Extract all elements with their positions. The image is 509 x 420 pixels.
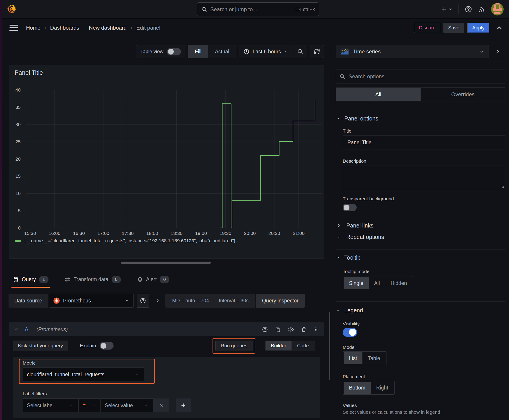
- tooltip-mode-all[interactable]: All: [369, 277, 385, 289]
- time-range-picker[interactable]: Last 6 hours: [239, 49, 293, 55]
- legend-mode-table[interactable]: Table: [363, 352, 386, 364]
- legend-mode-list[interactable]: List: [344, 352, 363, 364]
- add-filter-button[interactable]: [176, 398, 191, 412]
- discard-button[interactable]: Discard: [414, 23, 440, 33]
- select-value-dropdown[interactable]: Select value: [100, 398, 153, 412]
- chevron-down-icon: [479, 49, 484, 54]
- search-icon: [201, 7, 207, 12]
- max-data-points-stat: MD = auto = 704: [172, 298, 209, 304]
- label-filter-row: Select label = Select value: [23, 398, 320, 412]
- table-view-toggle[interactable]: [167, 48, 181, 55]
- news-button[interactable]: [478, 6, 485, 13]
- query-inspector-button[interactable]: Query inspector: [256, 294, 305, 308]
- query-row-a[interactable]: A (Prometheus): [9, 322, 324, 336]
- tooltip-section-header[interactable]: Tooltip: [336, 253, 505, 263]
- metric-select[interactable]: cloudflared_tunnel_total_requests: [23, 368, 144, 381]
- apply-button[interactable]: Apply: [467, 23, 489, 33]
- operator-dropdown[interactable]: =: [78, 398, 100, 412]
- breadcrumb-new-dashboard[interactable]: New dashboard: [89, 25, 127, 31]
- avatar[interactable]: [491, 3, 504, 15]
- values-label: Values: [343, 403, 505, 408]
- collapse-header-button[interactable]: [496, 24, 503, 31]
- tab-transform-label: Transform data: [74, 276, 108, 283]
- duplicate-icon[interactable]: [275, 326, 281, 332]
- panel-edit-main: Table view Fill Actual Last 6 hours: [0, 37, 332, 420]
- transparent-background-toggle[interactable]: [343, 204, 357, 211]
- breadcrumb-home[interactable]: Home: [26, 25, 40, 31]
- chevron-up-icon: [496, 24, 503, 31]
- datasource-help-button[interactable]: [137, 294, 149, 308]
- options-search-input[interactable]: Search options: [336, 69, 505, 83]
- remove-filter-button[interactable]: [153, 398, 169, 412]
- question-circle-icon: [140, 298, 146, 304]
- x-tick-label: 20:30: [268, 231, 280, 236]
- x-tick-label: 19:00: [195, 231, 207, 236]
- chart-plot-area[interactable]: [26, 90, 322, 228]
- shortcut-hint: ctrl+k: [295, 6, 315, 13]
- fill-option[interactable]: Fill: [188, 45, 208, 58]
- prometheus-icon: [53, 297, 60, 304]
- expand-options-button[interactable]: [153, 294, 163, 308]
- collapse-pane-button[interactable]: [491, 45, 505, 58]
- bell-icon: [137, 277, 143, 283]
- title-input[interactable]: Panel Title: [343, 135, 505, 150]
- grafana-logo-icon[interactable]: [7, 4, 17, 15]
- datasource-picker[interactable]: Prometheus: [49, 294, 134, 308]
- zoom-out-time-button[interactable]: [293, 45, 307, 58]
- refresh-button[interactable]: [310, 45, 324, 58]
- panel-options-section-header[interactable]: Panel options: [336, 113, 505, 124]
- tab-transform-data[interactable]: Transform data 0: [65, 270, 121, 289]
- panel-toolbar: Table view Fill Actual Last 6 hours: [0, 45, 324, 58]
- tooltip-mode-label: Tooltip mode: [343, 269, 505, 274]
- legend-series-name[interactable]: {__name__="cloudflared_tunnel_total_requ…: [24, 238, 236, 243]
- divider: [336, 109, 505, 109]
- legend-visibility-toggle[interactable]: [343, 328, 357, 337]
- options-search-placeholder: Search options: [349, 73, 384, 80]
- actual-option[interactable]: Actual: [208, 45, 236, 58]
- question-circle-icon: [464, 5, 472, 13]
- tab-query-label: Query: [22, 276, 36, 283]
- trash-icon[interactable]: [301, 326, 307, 332]
- builder-option[interactable]: Builder: [266, 341, 291, 351]
- new-dropdown-button[interactable]: [441, 6, 453, 13]
- horizontal-scrollbar[interactable]: [121, 262, 211, 264]
- repeat-options-section-header[interactable]: Repeat options: [336, 231, 505, 242]
- kick-start-query-button[interactable]: Kick start your query: [13, 341, 68, 351]
- question-circle-icon[interactable]: [262, 326, 268, 332]
- run-queries-button[interactable]: Run queries: [215, 341, 252, 351]
- help-button[interactable]: [464, 5, 472, 13]
- title-label: Title: [343, 128, 505, 134]
- chevron-down-icon: [336, 117, 340, 121]
- tab-overrides[interactable]: Overrides: [421, 88, 505, 101]
- divider: [336, 249, 505, 249]
- breadcrumb-dashboards[interactable]: Dashboards: [50, 25, 79, 31]
- tab-query[interactable]: Query 1: [13, 270, 48, 289]
- description-textarea[interactable]: [343, 165, 505, 189]
- topbar-actions: [441, 3, 504, 15]
- legend-section-header[interactable]: Legend: [336, 305, 505, 315]
- save-button[interactable]: Save: [443, 23, 464, 33]
- panel-links-section-header[interactable]: Panel links: [336, 220, 505, 231]
- chevron-down-icon[interactable]: [14, 327, 19, 332]
- eye-icon[interactable]: [288, 326, 294, 333]
- resize-handle-icon[interactable]: [501, 185, 504, 188]
- active-tab-underline: [11, 287, 50, 288]
- visualization-picker[interactable]: Time series: [336, 45, 489, 58]
- drag-handle-icon[interactable]: [313, 327, 319, 332]
- tooltip-mode-hidden[interactable]: Hidden: [385, 277, 412, 289]
- explain-toggle[interactable]: [100, 342, 114, 350]
- global-search-input[interactable]: Search or jump to... ctrl+k: [197, 2, 319, 16]
- menu-toggle-button[interactable]: [9, 25, 18, 31]
- tab-alert[interactable]: Alert 0: [137, 270, 169, 289]
- vertical-scrollbar[interactable]: [329, 312, 330, 380]
- placement-right[interactable]: Right: [371, 382, 394, 394]
- code-option[interactable]: Code: [291, 341, 314, 351]
- tooltip-mode-single[interactable]: Single: [344, 277, 369, 289]
- select-label-dropdown[interactable]: Select label: [23, 398, 78, 412]
- chevron-right-icon: [155, 298, 160, 303]
- divider: [336, 301, 505, 301]
- placement-bottom[interactable]: Bottom: [344, 382, 371, 394]
- select-label-placeholder: Select label: [27, 403, 54, 409]
- timeseries-thumbnail-icon: [341, 48, 349, 55]
- tab-all[interactable]: All: [336, 88, 421, 101]
